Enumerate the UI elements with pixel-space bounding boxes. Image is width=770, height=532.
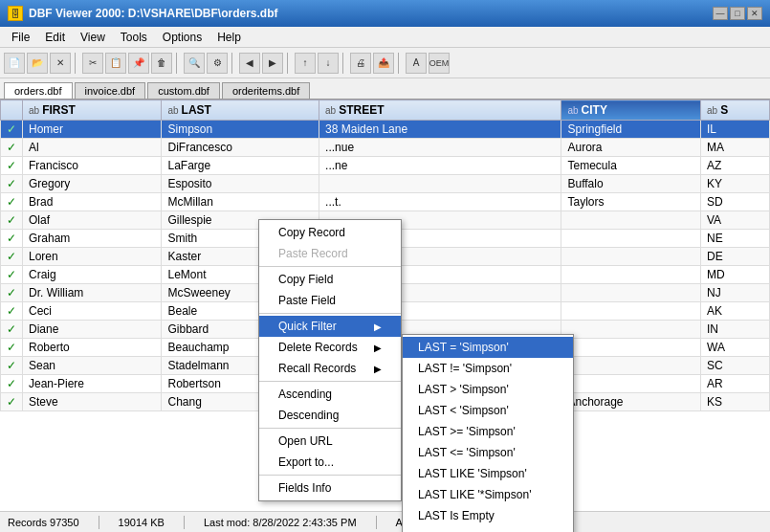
export-button[interactable]: 📤 — [373, 53, 394, 74]
menu-item-help[interactable]: Help — [209, 29, 249, 46]
cut-button[interactable]: ✂ — [82, 53, 103, 74]
open-button[interactable]: 📂 — [27, 53, 48, 74]
file-size: 19014 KB — [119, 517, 165, 528]
col-check — [1, 100, 23, 121]
cell-first: Steve — [23, 393, 162, 411]
context-menu-item-quick-filter[interactable]: Quick Filter▶ — [259, 316, 401, 337]
oem-button[interactable]: OEM — [429, 53, 450, 74]
tab-invoice-dbf[interactable]: invoice.dbf — [75, 82, 146, 99]
context-menu-item-export-to...[interactable]: Export to... — [259, 452, 401, 473]
main-area: ab FIRST ab LAST ab STREET ab CITY ab S … — [0, 100, 770, 532]
row-check: ✓ — [1, 357, 23, 375]
context-menu-item-copy-field[interactable]: Copy Field — [259, 269, 401, 290]
window-title: DBF Viewer 2000: D:\VSHARE\DBF\orders.db… — [29, 7, 278, 20]
submenu-item-2[interactable]: LAST > 'Simpson' — [403, 379, 573, 400]
table-row[interactable]: ✓BradMcMillan...t.TaylorsSD — [1, 193, 770, 211]
submenu-item-6[interactable]: LAST LIKE 'Simpson' — [403, 463, 573, 484]
submenu-item-5[interactable]: LAST <= 'Simpson' — [403, 442, 573, 463]
row-check: ✓ — [1, 121, 23, 139]
row-check: ✓ — [1, 375, 23, 393]
submenu-item-1[interactable]: LAST != 'Simpson' — [403, 358, 573, 379]
next-button[interactable]: ▶ — [262, 53, 283, 74]
delete-button[interactable]: 🗑 — [151, 53, 172, 74]
sort-desc-button[interactable]: ↓ — [318, 53, 339, 74]
cell-city — [561, 266, 701, 284]
context-menu-item-recall-records[interactable]: Recall Records▶ — [259, 358, 401, 379]
table-row[interactable]: ✓AlDiFrancesco...nueAuroraMA — [1, 139, 770, 157]
menu-item-tools[interactable]: Tools — [113, 29, 155, 46]
maximize-button[interactable]: □ — [730, 7, 745, 20]
cell-state: AK — [701, 302, 770, 321]
context-menu-item-open-url[interactable]: Open URL — [259, 431, 401, 452]
cell-state: NE — [701, 230, 770, 248]
menu-item-file[interactable]: File — [4, 29, 37, 46]
context-menu-item-ascending[interactable]: Ascending — [259, 384, 401, 405]
submenu-item-8[interactable]: LAST Is Empty — [403, 505, 573, 526]
filter-button[interactable]: ⚙ — [207, 53, 228, 74]
context-menu-separator — [259, 381, 401, 382]
submenu-item-0[interactable]: LAST = 'Simpson' — [403, 337, 573, 358]
context-menu-item-fields-info[interactable]: Fields Info — [259, 477, 401, 499]
context-menu-item-paste-record: Paste Record — [259, 243, 401, 264]
menubar: FileEditViewToolsOptionsHelp — [0, 27, 770, 48]
cell-state: IN — [701, 321, 770, 339]
cell-state: AZ — [701, 157, 770, 175]
cell-last: DiFrancesco — [162, 139, 319, 157]
menu-item-view[interactable]: View — [73, 29, 113, 46]
submenu-item-7[interactable]: LAST LIKE '*Simpson' — [403, 484, 573, 505]
cell-city: Taylors — [561, 193, 701, 211]
records-count: Records 97350 — [8, 517, 79, 528]
cell-first: Brad — [23, 193, 162, 211]
statusbar: Records 97350 19014 KB Last mod: 8/28/20… — [0, 511, 770, 532]
context-menu-item-descending[interactable]: Descending — [259, 405, 401, 426]
submenu-item-3[interactable]: LAST < 'Simpson' — [403, 400, 573, 421]
sort-asc-button[interactable]: ↑ — [295, 53, 316, 74]
close-file-button[interactable]: ✕ — [50, 53, 71, 74]
cell-state: NJ — [701, 284, 770, 302]
col-state[interactable]: ab S — [701, 100, 770, 121]
table-row[interactable]: ✓GregoryEspositoBuffaloKY — [1, 175, 770, 193]
col-city[interactable]: ab CITY — [561, 100, 701, 121]
table-row[interactable]: ✓HomerSimpson38 Maiden LaneSpringfieldIL — [1, 121, 770, 139]
new-button[interactable]: 📄 — [4, 53, 25, 74]
paste-button[interactable]: 📌 — [128, 53, 149, 74]
status-sep-3 — [376, 516, 377, 529]
close-button[interactable]: ✕ — [747, 7, 762, 20]
context-menu: Copy RecordPaste RecordCopy FieldPaste F… — [258, 219, 402, 501]
cell-first: Craig — [23, 266, 162, 284]
col-street[interactable]: ab STREET — [319, 100, 561, 121]
cell-first: Homer — [23, 121, 162, 139]
cell-first: Loren — [23, 248, 162, 266]
table-row[interactable]: ✓FranciscoLaFarge...neTemeculaAZ — [1, 157, 770, 175]
row-check: ✓ — [1, 284, 23, 302]
submenu-item-9[interactable]: LAST Is Not Empty — [403, 526, 573, 532]
font-button[interactable]: A — [406, 53, 427, 74]
cell-city — [561, 284, 701, 302]
row-check: ✓ — [1, 321, 23, 339]
tab-bar: orders.dbfinvoice.dbfcustom.dbforderitem… — [0, 78, 770, 100]
menu-item-options[interactable]: Options — [155, 29, 209, 46]
cell-state: MA — [701, 139, 770, 157]
submenu-arrow-icon: ▶ — [374, 364, 382, 374]
minimize-button[interactable]: — — [713, 7, 728, 20]
print-button[interactable]: 🖨 — [350, 53, 371, 74]
copy-button[interactable]: 📋 — [105, 53, 126, 74]
context-menu-item-copy-record[interactable]: Copy Record — [259, 222, 401, 243]
col-last[interactable]: ab LAST — [162, 100, 319, 121]
menu-item-edit[interactable]: Edit — [37, 29, 73, 46]
cell-first: Al — [23, 139, 162, 157]
context-menu-item-paste-field[interactable]: Paste Field — [259, 290, 401, 311]
tab-orderitems-dbf[interactable]: orderitems.dbf — [222, 82, 310, 99]
find-button[interactable]: 🔍 — [184, 53, 205, 74]
titlebar: 🗄 DBF Viewer 2000: D:\VSHARE\DBF\orders.… — [0, 0, 770, 27]
context-menu-item-delete-records[interactable]: Delete Records▶ — [259, 337, 401, 358]
prev-button[interactable]: ◀ — [239, 53, 260, 74]
tab-orders-dbf[interactable]: orders.dbf — [4, 82, 73, 99]
col-first[interactable]: ab FIRST — [23, 100, 162, 121]
tab-custom-dbf[interactable]: custom.dbf — [147, 82, 220, 99]
cell-street: ...t. — [319, 193, 561, 211]
submenu-item-4[interactable]: LAST >= 'Simpson' — [403, 421, 573, 442]
window-controls: — □ ✕ — [713, 7, 762, 20]
row-check: ✓ — [1, 302, 23, 321]
cell-state: MD — [701, 266, 770, 284]
